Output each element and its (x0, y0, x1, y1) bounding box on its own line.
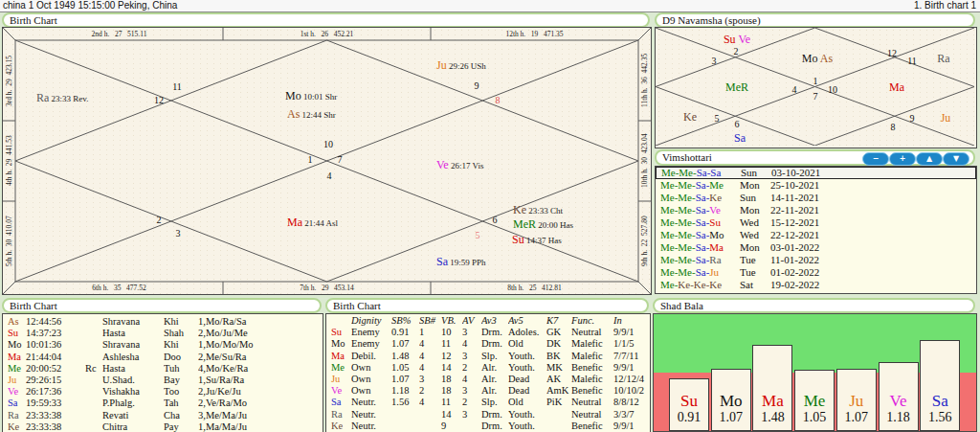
dasha-lords: Me-Ke-Ke-Ke (660, 279, 722, 290)
house-number: 4 (327, 171, 332, 181)
bar-value-label: 1.07 (845, 410, 869, 430)
edge-label-bottom: 7th h. 29 453.14 (300, 284, 353, 292)
dasha-expand-button[interactable]: + (889, 152, 916, 166)
value-cell: 9/9/1 (613, 327, 650, 338)
house-number: 3 (712, 56, 717, 66)
value-cell: 9/9/1 (613, 362, 650, 374)
table-row: Ra23:33:38RevatiCha3,Me/Ma/Ju (3, 410, 323, 421)
dasha-date: 15-12-2021 (770, 216, 819, 229)
shadbala-bar-Ma: Ma1.48 (752, 345, 792, 431)
dasha-down-button[interactable]: ▼ (943, 152, 969, 166)
lords-cell: 4,Mo/Ke/Ra (198, 363, 323, 375)
house-number: 10 (323, 139, 333, 149)
lords-cell: 2,Me/Su/Ra (198, 352, 323, 363)
dasha-row[interactable]: Me-Me-Sa-KeSun14-11-2021 (656, 192, 976, 204)
planet-Mo: Mo 10:01 Shr (285, 89, 337, 103)
chart-tab-label: 1. Birth chart 1 (914, 0, 976, 11)
value-cell: Neutral (571, 397, 613, 408)
value-cell: Neutral (571, 409, 613, 421)
planet-cell: Su (3, 328, 26, 339)
retro-flag-cell (85, 339, 102, 351)
value-cell: DK (546, 338, 571, 350)
retro-flag-cell (85, 398, 102, 409)
value-cell: 1/1/5 (613, 338, 650, 350)
edge-label-right: 11th h. 36 442.35 (640, 40, 649, 121)
nakshatra-cell: Hasta (102, 363, 164, 375)
table-row: MeOwn1.054142Alr.Youth.MKBenefic9/9/1 (326, 362, 650, 374)
degree-text: 23:33 Cht (526, 206, 563, 216)
dasha-date: 03-01-2022 (770, 241, 819, 254)
lords-cell: 2,Ve/Ra/Mo (198, 398, 323, 409)
lords-cell: 3,Me/Ma/Ju (198, 410, 323, 421)
dasha-lord: Me- (660, 254, 678, 265)
value-cell: Neutr. (351, 409, 391, 421)
dasha-lord: Sa- (697, 167, 711, 178)
lords-cell: 2,Mo/Ju/Me (198, 328, 323, 339)
value-cell: Youth. (508, 351, 546, 362)
planet-cell: As (3, 316, 26, 328)
As-label: As (287, 107, 300, 121)
planet-cell: Ju (326, 374, 351, 385)
retro-flag-cell (85, 386, 102, 398)
house-number: 2 (157, 215, 162, 225)
value-cell: 3/3/7 (613, 409, 650, 421)
dasha-row[interactable]: Me-Me-Sa-MeMon25-10-2021 (656, 179, 976, 192)
column-header: Av5 (508, 315, 546, 327)
table-row: MoEnemy1.074114Drm.OldDKMalefic1/1/5 (326, 338, 650, 350)
dasha-row[interactable]: Me-Me-Sa-MoWed22-12-2021 (656, 229, 976, 241)
dasha-date: 19-02-2022 (770, 279, 819, 291)
value-cell: 18 (441, 385, 462, 397)
value-cell: Dead (508, 385, 546, 397)
planet-cell: Sa (326, 397, 351, 408)
value-cell: 12/12/4 (613, 374, 650, 385)
planet-cell: Ke (326, 421, 351, 432)
dasha-row[interactable]: Me-Me-Sa-RaTue11-01-2022 (656, 254, 976, 266)
panel-header-birth-chart: Birth Chart (2, 12, 650, 28)
planet-cell: Ra (3, 410, 26, 421)
dasha-up-button[interactable]: ▲ (916, 152, 943, 166)
bar-value-label: 0.91 (678, 410, 702, 430)
rasi-chart[interactable]: 2nd h. 27 515.111st h. 26 452.2112th h. … (2, 27, 652, 295)
navamsha-chart[interactable]: 231211417105689Su VeMo AsRaMeRMaKeSaJu (655, 27, 977, 148)
MeR-label: MeR (725, 80, 748, 94)
edge-label-top: 1st h. 26 452.21 (301, 30, 354, 38)
Sa-label: Sa (436, 255, 448, 268)
dasha-lord: Ke- (678, 279, 694, 290)
longitude-cell: 21:44:04 (26, 352, 85, 363)
dasha-row[interactable]: Me-Me-Sa-JuTue01-02-2022 (656, 266, 976, 279)
house-number: 10 (828, 84, 837, 95)
house-number: 1 (813, 76, 818, 86)
dasha-weekday: Sun (741, 168, 757, 178)
value-cell: Drm. (481, 338, 508, 350)
dasha-row[interactable]: Me-Me-Sa-SuWed15-12-2021 (656, 216, 976, 229)
bar-value-label: 1.56 (928, 410, 952, 430)
title-bar: china 1 Oct 1949 15:15:00 Peking, China … (0, 0, 980, 12)
house-number: 7 (813, 91, 818, 102)
dasha-collapse-button[interactable]: − (862, 152, 889, 166)
table-row: VeOwn1.182183Alr.DeadAmKBenefic10/10/2 (326, 385, 650, 397)
value-cell: BK (546, 351, 571, 362)
Mo-label: Mo (802, 52, 818, 65)
degree-text: 20:00 Has (536, 220, 573, 230)
retro-flag-cell (85, 375, 102, 386)
syllable-cell: Khi (164, 316, 198, 328)
bar-value-label: 1.07 (719, 410, 743, 430)
column-header: VB. (441, 315, 462, 327)
syllable-cell: Tah (164, 398, 198, 409)
value-cell: 9/9/1 (613, 421, 650, 432)
planet-cell: Su (326, 327, 351, 338)
column-header: Dignity (351, 315, 391, 327)
degree-text: 12:44 Shr (300, 110, 336, 120)
dasha-row[interactable]: Me-Me-Sa-SaSun03-10-2021 (656, 167, 976, 179)
lords-cell: 2,Ju/Ke/Ju (198, 386, 323, 398)
dasha-list[interactable]: Me-Me-Sa-SaSun03-10-2021Me-Me-Sa-MeMon25… (655, 166, 977, 294)
dasha-lords: Me-Me-Sa-Me (660, 179, 724, 191)
dasha-row[interactable]: Me-Me-Sa-VeMon22-11-2021 (656, 204, 976, 216)
planet-group: Mo As (802, 52, 833, 66)
dasha-row[interactable]: Me-Ke-Ke-KeSat19-02-2022 (656, 279, 976, 291)
dasha-row[interactable]: Me-Me-Sa-MaMon03-01-2022 (656, 241, 976, 254)
value-cell: Enemy (351, 327, 391, 338)
value-cell: 14 (441, 409, 462, 421)
value-cell: MK (546, 362, 571, 374)
planet-As: As 12:44 Shr (287, 107, 336, 122)
